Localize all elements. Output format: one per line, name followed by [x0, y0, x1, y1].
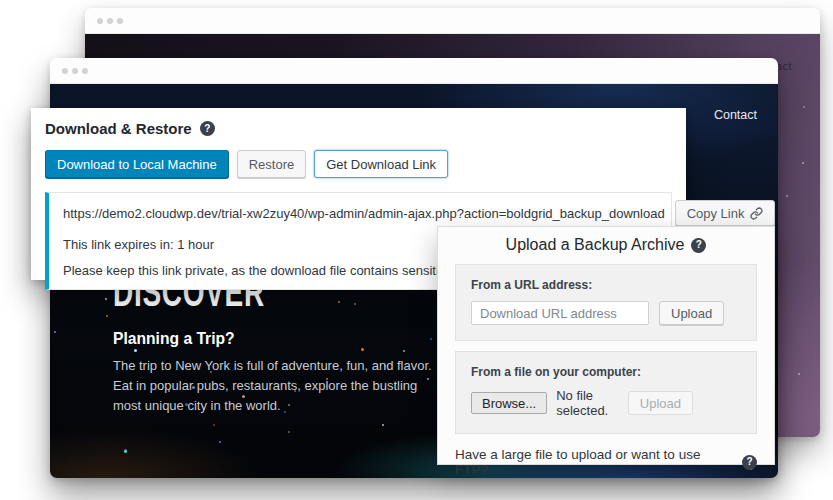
page: Contact Blog Contact DISCOVER Planning a…	[0, 0, 833, 500]
back-window-titlebar	[85, 8, 820, 34]
download-url-input[interactable]	[471, 301, 649, 325]
download-url-text: https://demo2.cloudwp.dev/trial-xw2zuy40…	[63, 206, 665, 221]
upload-from-url-section: From a URL address: Upload	[455, 264, 757, 341]
download-to-local-machine-button[interactable]: Download to Local Machine	[45, 150, 229, 178]
upload-panel-title: Upload a Backup Archive	[506, 236, 685, 254]
restore-button[interactable]: Restore	[237, 150, 307, 178]
file-section-label: From a file on your computer:	[471, 365, 741, 379]
url-upload-button[interactable]: Upload	[659, 301, 724, 325]
hero-subtitle: Planning a Trip?	[113, 329, 411, 349]
browse-file-button[interactable]: Browse...	[471, 392, 547, 414]
file-upload-button[interactable]: Upload	[628, 391, 693, 415]
hero-paragraph: The trip to New York is full of adventur…	[113, 356, 437, 416]
url-section-label: From a URL address:	[471, 278, 741, 292]
hero-section: DISCOVER Planning a Trip? The trip to Ne…	[113, 270, 437, 416]
upload-from-file-section: From a file on your computer: Browse... …	[455, 351, 757, 434]
upload-backup-panel: Upload a Backup Archive ? From a URL add…	[437, 226, 775, 465]
nav-item-contact[interactable]: Contact	[714, 108, 757, 122]
no-file-selected-text: No file selected.	[556, 388, 618, 418]
help-icon[interactable]: ?	[742, 455, 757, 470]
window-control-dots-icon	[97, 18, 103, 24]
download-restore-title: Download & Restore	[45, 120, 192, 137]
front-window-titlebar	[50, 58, 778, 84]
ftp-question-text: Have a large file to upload or want to u…	[455, 447, 735, 477]
link-icon	[750, 207, 763, 220]
help-icon[interactable]: ?	[200, 121, 215, 136]
copy-link-button[interactable]: Copy Link	[675, 200, 776, 226]
help-icon[interactable]: ?	[691, 238, 706, 253]
window-control-dots-icon	[62, 68, 68, 74]
get-download-link-button[interactable]: Get Download Link	[314, 150, 448, 178]
